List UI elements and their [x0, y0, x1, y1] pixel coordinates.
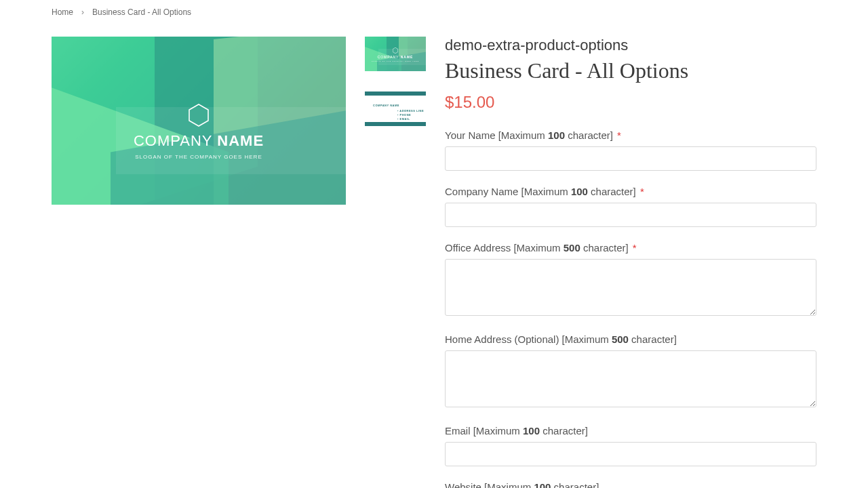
label-email: Email [Maximum 100 character] — [445, 425, 816, 436]
product-vendor: demo-extra-product-options — [445, 37, 816, 54]
field-home-address: Home Address (Optional) [Maximum 500 cha… — [445, 333, 816, 410]
input-your-name[interactable] — [445, 146, 816, 171]
field-office-address: Office Address [Maximum 500 character] * — [445, 242, 816, 319]
input-company-name[interactable] — [445, 203, 816, 227]
field-email: Email [Maximum 100 character] — [445, 425, 816, 466]
thumbnail-back[interactable]: COMPANY NAME • ADDRESS LINE • PHONE • EM… — [365, 92, 426, 126]
breadcrumb-home-link[interactable]: Home — [52, 7, 73, 17]
required-marker: * — [617, 129, 621, 141]
svg-marker-1 — [393, 48, 397, 54]
product-gallery: COMPANY NAME SLOGAN OF THE COMPANY GOES … — [52, 37, 346, 488]
textarea-office-address[interactable] — [445, 259, 816, 316]
card-slogan: SLOGAN OF THE COMPANY GOES HERE — [52, 154, 346, 160]
hexagon-icon — [189, 104, 209, 127]
breadcrumb-current: Business Card - All Options — [92, 7, 191, 17]
card-company-first: COMPANY — [134, 132, 212, 149]
textarea-home-address[interactable] — [445, 350, 816, 407]
product-price: $15.00 — [445, 93, 816, 112]
card-company-second: NAME — [217, 132, 264, 149]
field-website: Website [Maximum 100 character] — [445, 481, 816, 488]
label-website: Website [Maximum 100 character] — [445, 481, 816, 488]
card-logo-block: COMPANY NAME SLOGAN OF THE COMPANY GOES … — [52, 104, 346, 160]
svg-marker-0 — [189, 104, 208, 126]
product-thumbnails: COMPANY NAME SLOGAN OF THE COMPANY GOES … — [365, 37, 426, 488]
product-main-image[interactable]: COMPANY NAME SLOGAN OF THE COMPANY GOES … — [52, 37, 346, 205]
required-marker: * — [640, 186, 644, 197]
field-your-name: Your Name [Maximum 100 character] * — [445, 129, 816, 171]
label-home-address: Home Address (Optional) [Maximum 500 cha… — [445, 333, 816, 345]
breadcrumb: Home › Business Card - All Options — [52, 5, 816, 19]
product-details: demo-extra-product-options Business Card… — [445, 37, 816, 488]
required-marker: * — [633, 242, 637, 253]
label-office-address: Office Address [Maximum 500 character] * — [445, 242, 816, 253]
field-company-name: Company Name [Maximum 100 character] * — [445, 186, 816, 227]
label-your-name: Your Name [Maximum 100 character] * — [445, 129, 816, 141]
thumbnail-front[interactable]: COMPANY NAME SLOGAN OF THE COMPANY GOES … — [365, 37, 426, 71]
product-title: Business Card - All Options — [445, 58, 816, 83]
input-email[interactable] — [445, 442, 816, 466]
label-company-name: Company Name [Maximum 100 character] * — [445, 186, 816, 197]
chevron-right-icon: › — [81, 7, 84, 17]
